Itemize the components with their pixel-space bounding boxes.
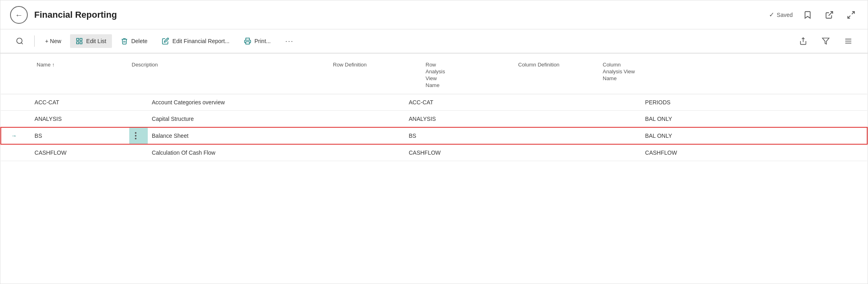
- drag-handle-icon: [132, 132, 140, 139]
- table-row[interactable]: → BS Balance Sheet BS BAL ONLY: [1, 127, 867, 144]
- table-row[interactable]: ANALYSIS Capital Structure ANALYSIS BAL …: [1, 110, 867, 127]
- row-row-definition: BS: [405, 127, 523, 144]
- col-header-drag: [114, 60, 128, 91]
- search-button[interactable]: [10, 34, 29, 48]
- col-header-row-analysis: RowAnalysisViewName: [422, 60, 515, 91]
- saved-status: ✓ Saved: [769, 11, 793, 19]
- back-button[interactable]: ←: [10, 6, 28, 24]
- svg-marker-11: [823, 38, 829, 44]
- row-col-definition: PERIODS: [641, 94, 749, 110]
- row-drag: [129, 144, 148, 161]
- col-header-col-definition: Column Definition: [515, 60, 599, 91]
- col-header-selector: [13, 60, 33, 91]
- row-row-analysis: [523, 94, 641, 110]
- svg-rect-5: [76, 38, 79, 40]
- row-col-analysis: [749, 144, 867, 161]
- bookmark-button[interactable]: [801, 8, 814, 22]
- row-selector: [1, 110, 27, 127]
- filter-icon: [822, 37, 830, 45]
- search-icon: [16, 37, 24, 45]
- columns-icon: [844, 37, 852, 45]
- edit-list-label: Edit List: [86, 38, 106, 44]
- share-icon: [799, 37, 807, 45]
- row-description: Balance Sheet: [148, 127, 405, 144]
- svg-rect-9: [246, 42, 249, 44]
- edit-list-icon: [76, 37, 83, 45]
- new-button[interactable]: + New: [39, 35, 67, 48]
- row-row-definition: ACC-CAT: [405, 94, 523, 110]
- share-button[interactable]: [794, 34, 813, 48]
- row-description: Account Categories overview: [148, 94, 405, 110]
- app-container: ← Financial Reporting ✓ Saved: [0, 0, 868, 284]
- more-button[interactable]: ···: [279, 34, 299, 49]
- more-icon: ···: [285, 37, 293, 46]
- row-row-analysis: [523, 127, 641, 144]
- new-button-label: + New: [45, 38, 61, 44]
- delete-button[interactable]: Delete: [115, 34, 153, 48]
- row-selector: →: [1, 127, 27, 144]
- toolbar-divider-1: [34, 35, 35, 47]
- saved-check-icon: ✓: [769, 11, 774, 19]
- col-header-row-definition: Row Definition: [330, 60, 422, 91]
- svg-line-2: [848, 15, 850, 18]
- row-row-definition: ANALYSIS: [405, 110, 523, 127]
- row-selector: [1, 94, 27, 110]
- row-name: CASHFLOW: [27, 144, 129, 161]
- edit-report-button[interactable]: Edit Financial Report...: [156, 34, 235, 48]
- delete-icon: [121, 37, 128, 45]
- column-headers: Name ↑ Description Row Definition RowAna…: [0, 54, 868, 94]
- row-description: Calculation Of Cash Flow: [148, 144, 405, 161]
- print-button[interactable]: Print...: [238, 34, 276, 48]
- row-drag[interactable]: [129, 127, 148, 144]
- row-name: ANALYSIS: [27, 110, 129, 127]
- header-actions: ✓ Saved: [769, 8, 858, 22]
- share-open-icon: [825, 10, 834, 19]
- col-header-name[interactable]: Name ↑: [33, 60, 114, 91]
- edit-report-label: Edit Financial Report...: [172, 38, 229, 44]
- col-header-description: Description: [128, 60, 330, 91]
- row-col-analysis: [749, 127, 867, 144]
- bookmark-icon: [803, 10, 812, 19]
- back-arrow-icon: ←: [15, 11, 23, 19]
- row-row-analysis: [523, 144, 641, 161]
- row-description: Capital Structure: [148, 110, 405, 127]
- data-table: ACC-CAT Account Categories overview ACC-…: [0, 94, 868, 161]
- table-area: Name ↑ Description Row Definition RowAna…: [0, 54, 868, 284]
- print-icon: [244, 37, 251, 45]
- svg-rect-6: [80, 38, 82, 40]
- svg-line-1: [852, 11, 854, 14]
- svg-rect-8: [80, 42, 82, 44]
- row-drag: [129, 110, 148, 127]
- edit-report-icon: [162, 37, 169, 45]
- header: ← Financial Reporting ✓ Saved: [0, 0, 868, 29]
- row-col-analysis: [749, 94, 867, 110]
- table-row[interactable]: CASHFLOW Calculation Of Cash Flow CASHFL…: [1, 144, 867, 161]
- row-col-analysis: [749, 110, 867, 127]
- page-title: Financial Reporting: [34, 10, 769, 20]
- row-selector: [1, 144, 27, 161]
- row-col-definition: CASHFLOW: [641, 144, 749, 161]
- table-row[interactable]: ACC-CAT Account Categories overview ACC-…: [1, 94, 867, 110]
- row-drag: [129, 94, 148, 110]
- edit-list-button[interactable]: Edit List: [70, 34, 112, 48]
- row-col-definition: BAL ONLY: [641, 110, 749, 127]
- row-col-definition: BAL ONLY: [641, 127, 749, 144]
- print-label: Print...: [254, 38, 271, 44]
- svg-point-3: [17, 38, 22, 44]
- col-header-col-analysis: ColumnAnalysis ViewName: [599, 60, 692, 91]
- toolbar: + New Edit List Delete: [0, 29, 868, 54]
- svg-line-4: [21, 43, 23, 44]
- expand-button[interactable]: [844, 8, 858, 22]
- delete-label: Delete: [131, 38, 147, 44]
- row-row-analysis: [523, 110, 641, 127]
- columns-button[interactable]: [839, 34, 858, 48]
- filter-button[interactable]: [816, 34, 835, 48]
- toolbar-right: [794, 34, 858, 48]
- expand-icon: [847, 10, 856, 19]
- svg-line-0: [829, 11, 833, 15]
- share-open-button[interactable]: [823, 8, 836, 22]
- row-name: BS: [27, 127, 129, 144]
- row-row-definition: CASHFLOW: [405, 144, 523, 161]
- svg-rect-7: [76, 42, 79, 44]
- saved-label: Saved: [777, 12, 793, 18]
